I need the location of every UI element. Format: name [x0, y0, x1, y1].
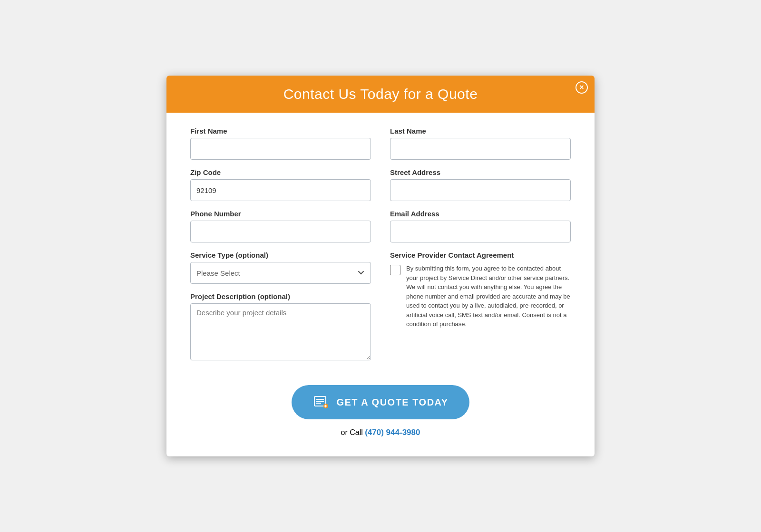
street-address-label: Street Address [390, 168, 571, 176]
get-quote-button[interactable]: GET A QUOTE TODAY [292, 385, 469, 419]
left-column: First Name Zip Code Phone Number Service… [190, 127, 371, 371]
agreement-text: By submitting this form, you agree to be… [406, 264, 571, 329]
agreement-checkbox[interactable] [390, 265, 400, 275]
phone-link[interactable]: (470) 944-3980 [365, 428, 420, 437]
last-name-label: Last Name [390, 127, 571, 135]
first-name-label: First Name [190, 127, 371, 135]
phone-number-label: Phone Number [190, 210, 371, 218]
or-call-section: or Call (470) 944-3980 [341, 428, 420, 437]
service-type-select[interactable]: Please Select Plumbing Electrical HVAC R… [190, 262, 371, 284]
email-address-field: Email Address [390, 210, 571, 242]
modal-body: First Name Zip Code Phone Number Service… [166, 113, 595, 456]
project-description-textarea[interactable] [190, 303, 371, 360]
service-type-field: Service Type (optional) Please Select Pl… [190, 251, 371, 284]
modal-title: Contact Us Today for a Quote [185, 86, 576, 102]
form-grid: First Name Zip Code Phone Number Service… [190, 127, 571, 371]
close-button[interactable]: × [576, 81, 588, 94]
phone-number-input[interactable] [190, 221, 371, 242]
last-name-field: Last Name [390, 127, 571, 160]
zip-code-label: Zip Code [190, 168, 371, 176]
first-name-input[interactable] [190, 138, 371, 160]
email-address-input[interactable] [390, 221, 571, 242]
project-description-field: Project Description (optional) [190, 292, 371, 362]
first-name-field: First Name [190, 127, 371, 160]
zip-code-field: Zip Code [190, 168, 371, 201]
phone-number-field: Phone Number [190, 210, 371, 242]
quote-icon [312, 394, 330, 411]
agreement-title: Service Provider Contact Agreement [390, 251, 571, 259]
agreement-section: Service Provider Contact Agreement By su… [390, 251, 571, 329]
or-call-text: or Call [341, 428, 363, 436]
zip-code-input[interactable] [190, 179, 371, 201]
project-description-label: Project Description (optional) [190, 292, 371, 300]
street-address-input[interactable] [390, 179, 571, 201]
modal-header: Contact Us Today for a Quote × [166, 76, 595, 113]
form-actions: GET A QUOTE TODAY or Call (470) 944-3980 [190, 385, 571, 437]
right-column: Last Name Street Address Email Address S… [390, 127, 571, 371]
agreement-body: By submitting this form, you agree to be… [390, 264, 571, 329]
street-address-field: Street Address [390, 168, 571, 201]
quote-button-label: GET A QUOTE TODAY [336, 397, 448, 408]
email-address-label: Email Address [390, 210, 571, 218]
last-name-input[interactable] [390, 138, 571, 160]
service-type-label: Service Type (optional) [190, 251, 371, 259]
modal-container: Contact Us Today for a Quote × First Nam… [166, 76, 595, 456]
